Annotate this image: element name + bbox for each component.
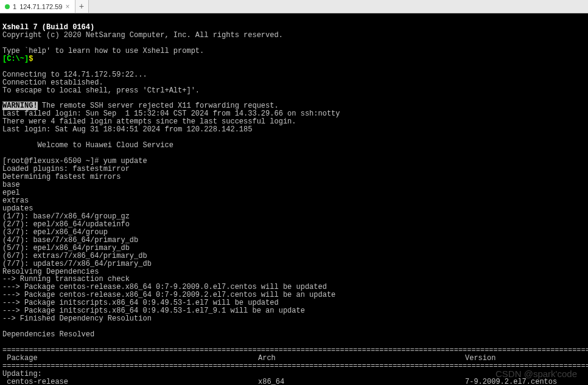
tab-title: 124.71.172.59 xyxy=(19,3,62,10)
warning-label: WARNING! xyxy=(2,102,38,110)
progress-line: (6/7): extras/7/x86_64/primary_db xyxy=(2,252,147,260)
terminal-output[interactable]: Xshell 7 (Build 0164) Copyright (c) 2020… xyxy=(0,13,588,385)
yum-loaded: Loaded plugins: fastestmirror xyxy=(2,165,130,173)
dep-line: --> Finished Dependency Resolution xyxy=(2,314,152,323)
resolving-line: Resolving Dependencies xyxy=(2,268,99,276)
progress-line: (2/7): epel/x86_64/updateinfo xyxy=(2,220,130,229)
close-icon[interactable]: × xyxy=(65,2,69,11)
add-tab-button[interactable]: + xyxy=(75,0,89,13)
dep-line: ---> Package initscripts.x86_64 0:9.49.5… xyxy=(2,307,305,315)
failed-count-line: There were 4 failed login attempts since… xyxy=(2,117,296,126)
cell-version: 7-9.2009.2.el7.centos xyxy=(465,378,586,385)
dep-line: ---> Package centos-release.x86_64 0:7-9… xyxy=(2,283,327,291)
updating-label: Updating: xyxy=(2,370,42,378)
welcome-line: Welcome to Huawei Cloud Service xyxy=(2,141,173,150)
repo-line: extras xyxy=(2,196,29,205)
tab-index: 1 xyxy=(13,3,16,10)
dep-line: --> Running transaction check xyxy=(2,275,130,283)
repo-line: base xyxy=(2,181,20,189)
cell-arch: x86_64 xyxy=(258,378,465,385)
local-prompt-path: [C:\~] xyxy=(2,55,29,63)
shell-command: yum update xyxy=(103,157,147,165)
copyright-line: Copyright (c) 2020 NetSarang Computer, I… xyxy=(2,31,283,40)
dep-line: ---> Package centos-release.x86_64 0:7-9… xyxy=(2,291,335,299)
last-failed-line: Last failed login: Sun Sep 1 15:32:04 CS… xyxy=(2,109,340,118)
tab-bar: 1 124.71.172.59 × + xyxy=(0,0,588,13)
status-dot-icon xyxy=(5,4,10,9)
repo-line: epel xyxy=(2,189,20,197)
dep-line: ---> Package initscripts.x86_64 0:9.49.5… xyxy=(2,299,279,307)
progress-line: (1/7): base/7/x86_64/group_gz xyxy=(2,212,130,221)
established-line: Connection established. xyxy=(2,78,103,87)
resolved-line: Dependencies Resolved xyxy=(2,330,94,339)
progress-line: (5/7): epel/x86_64/primary_db xyxy=(2,244,130,252)
last-login-line: Last login: Sat Aug 31 18:04:51 2024 fro… xyxy=(2,125,252,134)
progress-line: (4/7): base/7/x86_64/primary_db xyxy=(2,236,138,245)
connecting-line: Connecting to 124.71.172.59:22... xyxy=(2,71,147,79)
x11-warning: The remote SSH server rejected X11 forwa… xyxy=(38,102,279,110)
table-separator: ========================================… xyxy=(2,346,588,355)
local-prompt-dollar: $ xyxy=(29,55,33,63)
shell-prompt: [root@flexusx-6500 ~]# xyxy=(2,157,103,165)
table-separator: ========================================… xyxy=(2,362,588,370)
session-tab[interactable]: 1 124.71.172.59 × xyxy=(0,0,75,13)
help-line: Type `help' to learn how to use Xshell p… xyxy=(2,47,204,55)
yum-determining: Determining fastest mirrors xyxy=(2,173,121,181)
progress-line: (3/7): epel/x86_64/group xyxy=(2,228,108,237)
repo-line: updates xyxy=(2,204,33,213)
app-title: Xshell 7 (Build 0164) xyxy=(2,23,94,32)
progress-line: (7/7): updates/7/x86_64/primary_db xyxy=(2,260,152,268)
cell-package: centos-release xyxy=(2,378,258,385)
escape-line: To escape to local shell, press 'Ctrl+Al… xyxy=(2,86,200,95)
table-row: centos-releasex86_647-9.2009.2.el7.cento… xyxy=(2,378,586,385)
